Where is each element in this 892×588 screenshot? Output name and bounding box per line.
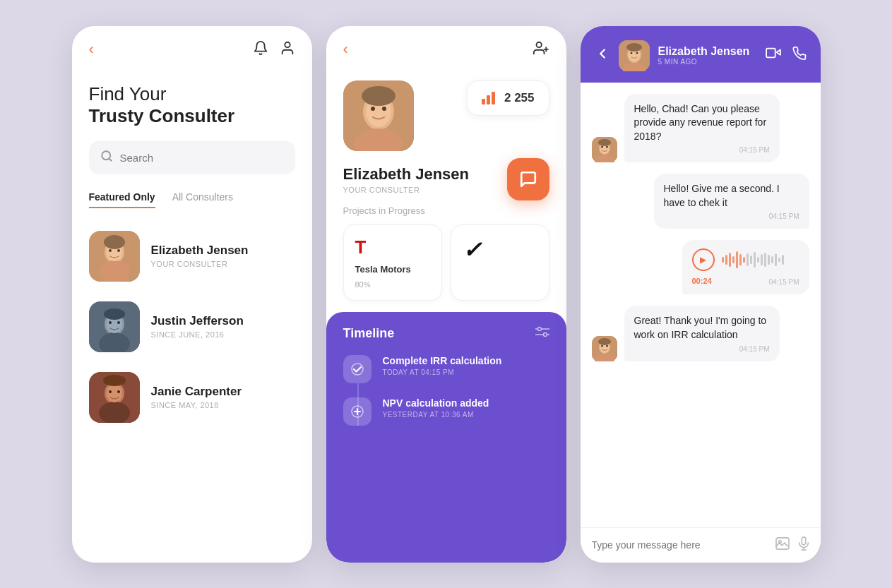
message-avatar <box>592 336 617 361</box>
consulter-info: Elizabeth Jensen YOUR CONSULTER <box>151 244 295 268</box>
stats-icon <box>482 92 497 104</box>
svg-point-14 <box>109 321 112 324</box>
consulter-info: Janie Carpenter SINCE MAY, 2018 <box>151 385 295 409</box>
timeline-item[interactable]: Complete IRR calculation TODAY AT 04:15 … <box>343 355 549 383</box>
message-row: Great! Thank you! I'm going to work on I… <box>592 306 809 361</box>
chat-header: Elizabeth Jensen 5 MIN AGO <box>581 26 821 83</box>
tabs: Featured Only All Consulters <box>72 191 312 208</box>
svg-point-51 <box>626 43 642 52</box>
wave-bar <box>768 255 770 265</box>
project-progress: 80% <box>355 280 371 289</box>
svg-line-2 <box>109 158 111 160</box>
waveform <box>722 251 799 268</box>
chat-button[interactable] <box>507 158 549 200</box>
avatar-janie <box>89 372 140 423</box>
svg-point-22 <box>117 390 120 393</box>
wave-bar <box>739 254 742 265</box>
svg-point-66 <box>598 338 611 345</box>
bell-icon[interactable] <box>253 40 268 59</box>
message-text: Great! Thank you! I'm going to work on I… <box>634 314 770 342</box>
wave-bar <box>775 253 777 266</box>
svg-rect-69 <box>802 536 805 544</box>
wave-bar <box>761 254 763 265</box>
back-button[interactable] <box>595 46 610 65</box>
contact-status: 5 MIN AGO <box>658 58 757 66</box>
chat-actions <box>766 47 807 64</box>
timeline-add-icon <box>343 397 371 426</box>
message-time: 04:15 PM <box>664 212 799 220</box>
wave-bar <box>771 256 773 263</box>
wave-bar <box>743 257 745 263</box>
consulter-label: SINCE MAY, 2018 <box>151 401 295 409</box>
phone-call-icon[interactable] <box>792 47 807 64</box>
svg-point-50 <box>636 52 638 54</box>
chat-body: Hello, Chad! Can you please provide any … <box>581 83 821 527</box>
tab-featured[interactable]: Featured Only <box>89 191 155 208</box>
image-icon[interactable] <box>775 537 790 553</box>
svg-rect-35 <box>487 95 490 104</box>
search-box[interactable] <box>89 141 295 174</box>
message-time: 04:15 PM <box>634 345 770 353</box>
wave-bar <box>754 252 756 268</box>
timeline-title: Timeline <box>343 326 395 341</box>
svg-point-57 <box>601 146 603 148</box>
timeline-content: Complete IRR calculation TODAY AT 04:15 … <box>383 355 549 376</box>
add-person-icon[interactable] <box>531 40 549 59</box>
screens-container: ‹ Find Your Trusty Consulter <box>72 26 821 563</box>
svg-rect-36 <box>492 92 495 104</box>
consulter-label: SINCE JUNE, 2016 <box>151 330 295 339</box>
timeline-items: Complete IRR calculation TODAY AT 04:15 … <box>343 355 549 426</box>
profile-icon[interactable] <box>280 40 295 59</box>
wave-bar <box>778 258 780 262</box>
timeline-event: Complete IRR calculation <box>383 355 549 366</box>
profile-avatar <box>343 80 414 151</box>
svg-point-39 <box>537 328 541 331</box>
svg-point-21 <box>109 390 112 393</box>
list-item[interactable]: Elizabeth Jensen YOUR CONSULTER <box>83 222 301 290</box>
avatar-justin <box>89 301 140 352</box>
title-line2: Trusty Consulter <box>89 105 295 127</box>
video-call-icon[interactable] <box>766 47 781 64</box>
svg-point-0 <box>285 42 290 47</box>
microphone-icon[interactable] <box>798 536 809 554</box>
nike-logo: ✓ <box>463 236 482 263</box>
project-card-tesla[interactable]: T Tesla Motors 80% <box>343 224 442 301</box>
projects-label: Projects in Progress <box>343 205 549 216</box>
message-bubble: Great! Thank you! I'm going to work on I… <box>624 306 780 361</box>
svg-rect-34 <box>482 99 485 104</box>
search-input[interactable] <box>120 152 284 164</box>
message-text: Hello, Chad! Can you please provide any … <box>634 102 770 144</box>
svg-point-9 <box>104 235 125 249</box>
wave-bar <box>725 255 727 265</box>
wave-bar <box>782 255 784 265</box>
svg-point-16 <box>104 308 125 320</box>
tab-all[interactable]: All Consulters <box>172 191 233 208</box>
svg-point-65 <box>606 344 608 347</box>
message-bubble: Hello! Give me a second. I have to chek … <box>654 174 809 229</box>
list-item[interactable]: Janie Carpenter SINCE MAY, 2018 <box>83 364 301 431</box>
chat-input[interactable] <box>592 539 767 551</box>
audio-bubble: ▶ <box>682 240 809 294</box>
svg-point-23 <box>103 375 126 386</box>
timeline-filter-icon[interactable] <box>535 326 549 340</box>
wave-bar <box>729 253 731 267</box>
audio-duration: 00:24 <box>692 277 712 285</box>
timeline-item[interactable]: NPV calculation added YESTERDAY AT 10:36… <box>343 397 549 426</box>
play-button[interactable]: ▶ <box>692 248 715 271</box>
message-avatar <box>592 137 617 162</box>
back-button[interactable]: ‹ <box>343 40 348 59</box>
message-row-audio: ▶ <box>592 240 809 294</box>
project-name: Tesla Motors <box>355 264 411 275</box>
header-icons <box>253 40 295 59</box>
wave-bar <box>722 257 724 263</box>
back-button[interactable]: ‹ <box>89 40 94 59</box>
svg-point-49 <box>630 52 632 54</box>
list-item[interactable]: Justin Jefferson SINCE JUNE, 2016 <box>83 293 301 361</box>
consulter-list: Elizabeth Jensen YOUR CONSULTER <box>72 222 312 431</box>
project-card-nike[interactable]: ✓ <box>451 224 549 301</box>
timeline-check-icon <box>343 355 371 383</box>
message-time: 04:15 PM <box>769 278 799 286</box>
projects-grid: T Tesla Motors 80% ✓ <box>343 224 549 301</box>
consulter-name: Janie Carpenter <box>151 385 295 399</box>
svg-point-40 <box>543 333 547 337</box>
